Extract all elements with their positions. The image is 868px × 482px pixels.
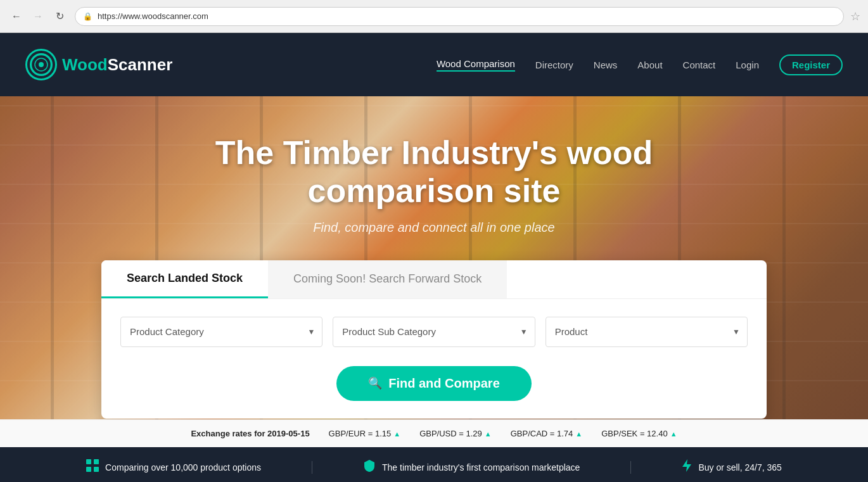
footer-divider-2 [630, 461, 631, 474]
exchange-pair-usd: GBP/USD = 1.29 [419, 429, 482, 438]
shield-icon [363, 459, 376, 475]
nav-login[interactable]: Login [736, 60, 759, 70]
product-category-select[interactable]: Product Category [120, 317, 322, 347]
hero-section: The Timber Industry's wood comparison si… [0, 96, 868, 419]
product-sub-category-wrapper: Product Sub Category ▼ [333, 317, 535, 347]
main-nav: Wood Comparison Directory News About Con… [437, 54, 843, 75]
product-category-wrapper: Product Category ▼ [120, 317, 322, 347]
search-fields: Product Category ▼ Product Sub Category … [101, 299, 767, 360]
grid-icon [86, 459, 99, 475]
tab-forward-stock[interactable]: Coming Soon! Search Forward Stock [268, 260, 507, 298]
url-text: https://www.woodscanner.com [98, 11, 208, 21]
back-button[interactable]: ← [8, 8, 25, 25]
footer-bar: Comparing over 10,000 product options Th… [0, 447, 868, 482]
hero-subtitle: Find, compare and connect all in one pla… [181, 220, 687, 235]
logo-text: WoodScanner [62, 55, 172, 75]
logo[interactable]: WoodScanner [25, 49, 172, 80]
exchange-pair-sek: GBP/SEK = 12.40 [601, 429, 667, 438]
footer-products-text: Comparing over 10,000 product options [105, 462, 261, 472]
hero-content: The Timber Industry's wood comparison si… [181, 96, 687, 235]
exchange-pair-eur: GBP/EUR = 1.15 [329, 429, 392, 438]
up-arrow-sek: ▲ [670, 430, 677, 438]
search-tabs: Search Landed Stock Coming Soon! Search … [101, 260, 767, 299]
forward-button[interactable]: → [29, 8, 47, 25]
bookmark-icon[interactable]: ☆ [850, 10, 860, 23]
up-arrow-cad: ▲ [575, 430, 582, 438]
footer-divider-1 [312, 461, 312, 474]
footer-item-sell: Buy or sell, 24/7, 365 [682, 459, 782, 476]
exchange-rate-sek: GBP/SEK = 12.40 ▲ [601, 429, 677, 438]
product-select[interactable]: Product [546, 317, 748, 347]
svg-point-2 [39, 62, 44, 67]
browser-chrome: ← → ↻ 🔒 https://www.woodscanner.com ☆ [0, 0, 868, 33]
nav-directory[interactable]: Directory [535, 60, 573, 70]
nav-wood-comparison[interactable]: Wood Comparison [437, 58, 515, 72]
up-arrow-eur: ▲ [393, 430, 400, 438]
svg-rect-3 [86, 459, 91, 464]
svg-point-0 [31, 54, 51, 75]
exchange-label: Exchange rates for 2019-05-15 [191, 429, 309, 438]
logo-wood: Wood [62, 55, 108, 74]
nav-about[interactable]: About [637, 60, 662, 70]
nav-news[interactable]: News [594, 60, 618, 70]
hero-title: The Timber Industry's wood comparison si… [181, 134, 687, 210]
address-bar[interactable]: 🔒 https://www.woodscanner.com [75, 7, 844, 26]
tab-landed-stock[interactable]: Search Landed Stock [101, 260, 268, 298]
svg-point-1 [35, 58, 48, 71]
footer-marketplace-text: The timber industry's first comparison m… [382, 462, 580, 472]
footer-sell-text: Buy or sell, 24/7, 365 [698, 462, 782, 472]
nav-register[interactable]: Register [779, 54, 843, 75]
lock-icon: 🔒 [83, 12, 93, 21]
svg-marker-7 [682, 459, 691, 472]
up-arrow-usd: ▲ [485, 430, 492, 438]
logo-svg [30, 53, 53, 76]
find-compare-label: Find and Compare [388, 376, 500, 391]
exchange-bar: Exchange rates for 2019-05-15 GBP/EUR = … [0, 419, 868, 447]
exchange-rate-eur: GBP/EUR = 1.15 ▲ [329, 429, 401, 438]
find-compare-button[interactable]: 🔍 Find and Compare [336, 366, 532, 401]
footer-item-marketplace: The timber industry's first comparison m… [363, 459, 580, 475]
bolt-icon [682, 459, 692, 476]
exchange-rate-cad: GBP/CAD = 1.74 ▲ [511, 429, 583, 438]
nav-contact[interactable]: Contact [683, 60, 716, 70]
product-sub-category-select[interactable]: Product Sub Category [333, 317, 535, 347]
refresh-button[interactable]: ↻ [51, 8, 68, 25]
logo-icon [25, 49, 57, 80]
svg-rect-5 [86, 467, 91, 472]
exchange-rate-usd: GBP/USD = 1.29 ▲ [419, 429, 492, 438]
browser-nav-buttons: ← → ↻ [8, 8, 68, 25]
logo-scanner: Scanner [108, 55, 173, 74]
product-wrapper: Product ▼ [546, 317, 748, 347]
svg-rect-6 [94, 467, 99, 472]
search-btn-row: 🔍 Find and Compare [101, 360, 767, 419]
header: WoodScanner Wood Comparison Directory Ne… [0, 33, 868, 96]
svg-rect-4 [94, 459, 99, 464]
footer-item-products: Comparing over 10,000 product options [86, 459, 261, 475]
search-panel: Search Landed Stock Coming Soon! Search … [101, 260, 767, 419]
exchange-pair-cad: GBP/CAD = 1.74 [511, 429, 573, 438]
search-icon: 🔍 [368, 376, 382, 390]
